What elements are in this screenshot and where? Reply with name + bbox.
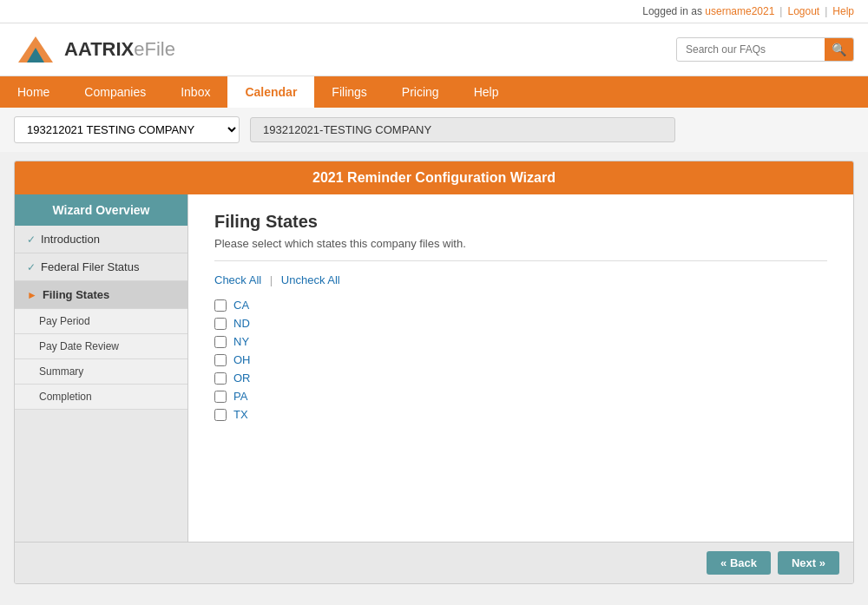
sidebar-label-introduction: Introduction <box>41 233 100 246</box>
logout-link[interactable]: Logout <box>787 5 819 17</box>
state-label-ny[interactable]: NY <box>233 335 249 348</box>
nav-help[interactable]: Help <box>457 76 516 108</box>
nav-filings[interactable]: Filings <box>314 76 384 108</box>
check-all-link[interactable]: Check All <box>214 273 261 286</box>
sidebar-sub-section: Pay Period Pay Date Review Summary Compl… <box>15 309 187 410</box>
wizard-container: 2021 Reminder Configuration Wizard Wizar… <box>14 161 854 584</box>
nav-pricing[interactable]: Pricing <box>385 76 457 108</box>
aatrix-logo-icon <box>14 32 57 67</box>
state-label-or[interactable]: OR <box>233 372 251 385</box>
check-icon-introduction: ✓ <box>27 233 36 246</box>
state-item-or: OR <box>214 372 827 385</box>
state-checkbox-tx[interactable] <box>214 409 227 421</box>
search-area: 🔍 <box>676 37 854 62</box>
separator-1: | <box>779 5 782 17</box>
state-checkbox-pa[interactable] <box>214 391 227 403</box>
check-icon-federal: ✓ <box>27 261 36 273</box>
back-button[interactable]: « Back <box>707 551 771 575</box>
separator-2: | <box>825 5 827 17</box>
nav-home[interactable]: Home <box>0 76 67 108</box>
state-checkbox-or[interactable] <box>214 372 227 385</box>
company-name-display: 193212021-TESTING COMPANY <box>250 117 675 142</box>
header: AATRIXeFile 🔍 <box>0 23 868 76</box>
filing-states-heading: Filing States <box>214 212 827 232</box>
wizard-sidebar: Wizard Overview ✓ Introduction ✓ Federal… <box>15 194 188 542</box>
state-label-tx[interactable]: TX <box>233 408 248 421</box>
wizard-body: Wizard Overview ✓ Introduction ✓ Federal… <box>15 194 853 542</box>
state-checkbox-ca[interactable] <box>214 299 227 312</box>
wizard-header: 2021 Reminder Configuration Wizard <box>15 161 853 194</box>
company-bar: 193212021 TESTING COMPANY 193212021-TEST… <box>0 108 868 152</box>
wizard-main: Filing States Please select which states… <box>188 194 853 542</box>
pipe-separator: | <box>270 273 276 286</box>
logged-in-text: Logged in as <box>642 5 702 17</box>
uncheck-all-link[interactable]: Uncheck All <box>281 273 340 286</box>
nav-companies[interactable]: Companies <box>67 76 163 108</box>
company-selector[interactable]: 193212021 TESTING COMPANY <box>14 116 240 143</box>
state-item-ca: CA <box>214 299 827 312</box>
search-input[interactable] <box>677 39 825 60</box>
state-item-oh: OH <box>214 353 827 366</box>
state-checkbox-ny[interactable] <box>214 336 227 348</box>
state-label-nd[interactable]: ND <box>233 317 250 330</box>
state-item-nd: ND <box>214 317 827 330</box>
nav-calendar[interactable]: Calendar <box>227 76 314 108</box>
wizard-footer: « Back Next » <box>15 542 853 583</box>
sidebar-item-federal-filer-status[interactable]: ✓ Federal Filer Status <box>15 253 187 281</box>
help-link[interactable]: Help <box>832 5 854 17</box>
sidebar-title: Wizard Overview <box>15 194 187 226</box>
sidebar-item-summary[interactable]: Summary <box>15 359 187 385</box>
state-item-pa: PA <box>214 390 827 403</box>
sidebar-item-pay-date-review[interactable]: Pay Date Review <box>15 334 187 359</box>
state-label-ca[interactable]: CA <box>233 299 249 312</box>
filing-states-subtitle: Please select which states this company … <box>214 237 827 261</box>
state-checkbox-oh[interactable] <box>214 354 227 366</box>
check-all-row: Check All | Uncheck All <box>214 273 827 286</box>
top-bar: Logged in as username2021 | Logout | Hel… <box>0 0 868 23</box>
next-button[interactable]: Next » <box>778 551 839 575</box>
username-link[interactable]: username2021 <box>705 5 774 17</box>
logo-area: AATRIXeFile <box>14 32 175 67</box>
state-checkbox-nd[interactable] <box>214 318 227 330</box>
sidebar-item-completion[interactable]: Completion <box>15 385 187 410</box>
state-label-oh[interactable]: OH <box>233 353 251 366</box>
sidebar-item-filing-states[interactable]: ► Filing States <box>15 281 187 309</box>
logo-text: AATRIXeFile <box>64 38 175 61</box>
state-label-pa[interactable]: PA <box>233 390 247 403</box>
arrow-icon-filing-states: ► <box>27 289 37 301</box>
search-button[interactable]: 🔍 <box>825 38 853 61</box>
state-item-tx: TX <box>214 408 827 421</box>
sidebar-item-pay-period[interactable]: Pay Period <box>15 309 187 334</box>
state-item-ny: NY <box>214 335 827 348</box>
sidebar-label-filing-states: Filing States <box>43 288 109 301</box>
state-list: CA ND NY OH OR <box>214 299 827 421</box>
sidebar-item-introduction[interactable]: ✓ Introduction <box>15 226 187 253</box>
sidebar-label-federal: Federal Filer Status <box>41 260 139 273</box>
nav-inbox[interactable]: Inbox <box>163 76 227 108</box>
main-nav: Home Companies Inbox Calendar Filings Pr… <box>0 76 868 108</box>
